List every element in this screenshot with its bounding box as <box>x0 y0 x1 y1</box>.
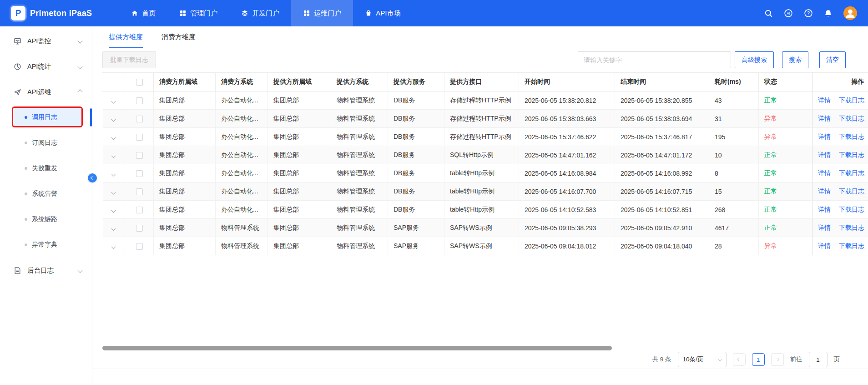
cell-elapsed: 4617 <box>709 219 759 237</box>
download-log-link[interactable]: 下载日志 <box>839 115 864 122</box>
sidebar-item-exception-dict[interactable]: 异常字典 <box>0 232 92 258</box>
download-log-link[interactable]: 下载日志 <box>839 151 864 158</box>
cell-consumer-domain: 集团总部 <box>154 91 216 110</box>
prev-page-button[interactable] <box>733 353 746 366</box>
cell-provider-system: 物料管理系统 <box>331 91 388 110</box>
download-log-link[interactable]: 下载日志 <box>839 242 864 249</box>
row-expand-icon[interactable] <box>111 135 116 140</box>
ai-assistant-icon[interactable]: AI <box>784 9 793 18</box>
download-log-link[interactable]: 下载日志 <box>839 133 864 140</box>
market-icon <box>365 10 372 17</box>
table-row: 集团总部办公自动化...集团总部物料管理系统DB服务存储过程转HTTP示例202… <box>103 110 868 128</box>
row-checkbox[interactable] <box>136 170 143 177</box>
horizontal-scrollbar-thumb[interactable] <box>102 346 612 350</box>
page-size-select[interactable]: 10条/页 <box>678 352 727 367</box>
bullet-icon <box>25 192 27 195</box>
row-checkbox[interactable] <box>136 116 143 122</box>
detail-link[interactable]: 详情 <box>818 96 831 104</box>
help-icon[interactable]: ? <box>804 9 813 18</box>
goto-unit: 页 <box>834 355 840 364</box>
cell-elapsed: 10 <box>709 146 759 164</box>
download-log-link[interactable]: 下载日志 <box>839 96 864 104</box>
nav-item-api-market[interactable]: API市场 <box>353 0 412 26</box>
row-expand-icon[interactable] <box>111 99 116 103</box>
sidebar-item-api-stats[interactable]: API统计 <box>0 54 92 79</box>
cell-consumer-system: 物料管理系统 <box>216 237 268 255</box>
next-page-button[interactable] <box>771 353 784 366</box>
user-avatar[interactable] <box>843 6 857 20</box>
row-expand-icon[interactable] <box>111 190 116 194</box>
sidebar-item-subscription-log[interactable]: 订阅日志 <box>0 130 92 156</box>
search-icon[interactable] <box>764 9 773 18</box>
cell-end-time: 2025-06-05 14:10:52.851 <box>615 201 709 219</box>
sidebar-item-api-ops[interactable]: API运维 <box>0 79 92 105</box>
cell-elapsed: 195 <box>709 128 759 146</box>
detail-link[interactable]: 详情 <box>818 206 831 213</box>
detail-link[interactable]: 详情 <box>818 115 831 122</box>
row-checkbox[interactable] <box>136 97 143 104</box>
row-expand-icon[interactable] <box>111 172 116 176</box>
detail-link[interactable]: 详情 <box>818 187 831 195</box>
total-count: 共 9 条 <box>652 355 671 364</box>
status-badge: 异常 <box>764 133 777 140</box>
detail-link[interactable]: 详情 <box>818 151 831 158</box>
cell-provider-api: SQL转Http示例 <box>444 146 519 164</box>
chevron-down-icon <box>77 64 82 69</box>
content-card: 提供方维度 消费方维度 批量下载日志 高级搜索 搜索 清空 <box>92 26 868 369</box>
sidebar-collapse-button[interactable] <box>88 173 97 182</box>
app-logo[interactable]: P Primeton iPaaS <box>11 6 92 20</box>
chevron-down-icon <box>77 38 82 43</box>
cell-elapsed: 15 <box>709 182 759 201</box>
detail-link[interactable]: 详情 <box>818 242 831 249</box>
tab-consumer-dimension[interactable]: 消费方维度 <box>161 26 196 48</box>
sidebar-item-api-monitor[interactable]: API监控 <box>0 28 92 54</box>
row-expand-icon[interactable] <box>111 117 116 122</box>
apps-icon <box>303 10 310 17</box>
nav-item-home[interactable]: 首页 <box>119 0 167 26</box>
row-checkbox[interactable] <box>136 152 143 159</box>
nav-item-dev-portal[interactable]: 开发门户 <box>229 0 291 26</box>
sidebar-item-failure-resend[interactable]: 失败重发 <box>0 156 92 181</box>
goto-page-input[interactable] <box>809 352 828 367</box>
sidebar-item-call-log[interactable]: 调用日志 <box>0 105 92 130</box>
row-checkbox[interactable] <box>136 243 143 250</box>
chevron-down-icon <box>718 358 722 361</box>
cell-provider-service: DB服务 <box>388 164 444 182</box>
tab-provider-dimension[interactable]: 提供方维度 <box>109 26 143 48</box>
clear-button[interactable]: 清空 <box>819 51 846 68</box>
sidebar-item-backend-log[interactable]: 后台日志 <box>0 258 92 283</box>
batch-download-button[interactable]: 批量下载日志 <box>102 51 156 68</box>
cell-start-time: 2025-06-05 15:37:46.622 <box>519 128 615 146</box>
row-checkbox[interactable] <box>136 134 143 141</box>
download-log-link[interactable]: 下载日志 <box>839 169 864 177</box>
advanced-search-button[interactable]: 高级搜索 <box>735 51 774 68</box>
table-row: 集团总部办公自动化...集团总部物料管理系统DB服务存储过程转HTTP示例202… <box>103 128 868 146</box>
sidebar-item-system-alert[interactable]: 系统告警 <box>0 181 92 207</box>
nav-item-admin-portal[interactable]: 管理门户 <box>167 0 229 26</box>
cell-consumer-system: 办公自动化... <box>216 128 268 146</box>
nav-item-ops-portal[interactable]: 运维门户 <box>291 0 353 26</box>
bell-icon[interactable] <box>824 9 833 18</box>
download-log-link[interactable]: 下载日志 <box>839 224 864 231</box>
detail-link[interactable]: 详情 <box>818 133 831 140</box>
search-button[interactable]: 搜索 <box>782 51 808 68</box>
cell-provider-domain: 集团总部 <box>268 182 331 201</box>
cell-consumer-domain: 集团总部 <box>154 164 216 182</box>
row-expand-icon[interactable] <box>111 226 116 231</box>
detail-link[interactable]: 详情 <box>818 169 831 177</box>
row-expand-icon[interactable] <box>111 153 116 158</box>
sidebar-item-system-trace[interactable]: 系统链路 <box>0 207 92 232</box>
row-expand-icon[interactable] <box>111 208 116 213</box>
row-checkbox[interactable] <box>136 188 143 195</box>
row-expand-icon[interactable] <box>111 244 116 249</box>
row-checkbox[interactable] <box>136 225 143 232</box>
select-all-checkbox[interactable] <box>136 79 143 86</box>
detail-link[interactable]: 详情 <box>818 224 831 231</box>
col-provider-domain: 提供方所属域 <box>268 73 331 91</box>
download-log-link[interactable]: 下载日志 <box>839 187 864 195</box>
row-checkbox[interactable] <box>136 207 143 213</box>
keyword-search-input[interactable] <box>578 51 731 68</box>
current-page-button[interactable]: 1 <box>752 353 765 366</box>
pagination: 共 9 条 10条/页 1 前往 页 <box>92 350 868 369</box>
download-log-link[interactable]: 下载日志 <box>839 206 864 213</box>
